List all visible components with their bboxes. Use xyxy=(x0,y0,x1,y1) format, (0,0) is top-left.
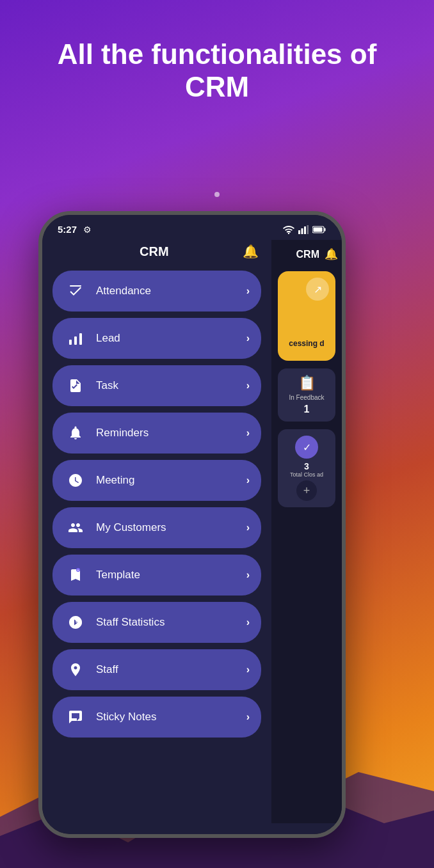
menu-item-sticky-notes[interactable]: Sticky Notes › xyxy=(52,697,261,738)
hero-title: All the functionalities of CRM xyxy=(0,38,434,103)
attendance-chevron: › xyxy=(246,285,250,297)
svg-rect-4 xyxy=(307,225,309,234)
template-icon: + xyxy=(64,564,87,587)
menu-item-meeting[interactable]: Meeting › xyxy=(52,460,261,501)
bell-icon: 🔔 xyxy=(243,244,259,259)
svg-rect-3 xyxy=(304,226,306,234)
close-label: Total Clos ad xyxy=(283,471,330,478)
menu-item-attendance[interactable]: Attendance › xyxy=(52,271,261,312)
sticky-notes-label: Sticky Notes xyxy=(96,711,246,723)
menu-item-my-customers[interactable]: My Customers › xyxy=(52,507,261,548)
attendance-label: Attendance xyxy=(96,285,246,297)
menu-item-staff-statistics[interactable]: Staff Statistics › xyxy=(52,602,261,643)
customers-label: My Customers xyxy=(96,521,246,534)
menu-item-lead[interactable]: Lead › xyxy=(52,318,261,359)
menu-list: Attendance › Lead › xyxy=(42,265,271,791)
wifi-icon xyxy=(283,225,294,234)
status-bar: 5:27 ⚙ xyxy=(42,215,342,240)
lead-label: Lead xyxy=(96,332,246,345)
battery-icon xyxy=(312,226,326,233)
staff-icon xyxy=(64,658,87,681)
app-title-placeholder: M xyxy=(55,244,66,259)
add-button[interactable]: + xyxy=(296,480,317,501)
dot-indicator xyxy=(214,192,220,197)
meeting-label: Meeting xyxy=(96,474,246,487)
svg-text:+: + xyxy=(77,568,79,572)
side-bell-icon: 🔔 xyxy=(325,248,338,261)
settings-icon: ⚙ xyxy=(83,225,92,235)
menu-item-reminders[interactable]: Reminders › xyxy=(52,413,261,454)
stats-label: Staff Statistics xyxy=(96,616,246,629)
status-icons xyxy=(283,225,326,234)
feedback-count: 1 xyxy=(283,404,330,415)
svg-rect-10 xyxy=(74,336,77,345)
menu-item-template[interactable]: + Template › xyxy=(52,555,261,596)
task-label: Task xyxy=(96,379,246,392)
meeting-chevron: › xyxy=(246,475,250,486)
notes-icon xyxy=(64,706,87,729)
reminders-label: Reminders xyxy=(96,427,246,439)
lead-icon xyxy=(64,327,87,350)
svg-rect-11 xyxy=(79,333,82,345)
feedback-label: In Feedback xyxy=(283,394,330,401)
close-count: 3 xyxy=(283,461,330,471)
customers-chevron: › xyxy=(246,522,250,533)
staff-chevron: › xyxy=(246,664,250,675)
arrow-icon: ↗ xyxy=(306,278,329,301)
svg-rect-8 xyxy=(70,285,81,287)
task-icon xyxy=(64,374,87,397)
reminders-chevron: › xyxy=(246,427,250,439)
svg-rect-7 xyxy=(314,227,323,232)
menu-item-staff[interactable]: Staff › xyxy=(52,649,261,690)
sticky-notes-chevron: › xyxy=(246,711,250,723)
reminders-icon xyxy=(64,422,87,445)
side-crm-title: CRM xyxy=(296,249,319,260)
app-title: CRM xyxy=(140,244,169,259)
meeting-icon xyxy=(64,469,87,492)
template-chevron: › xyxy=(246,569,250,581)
status-time: 5:27 xyxy=(58,224,77,235)
app-header: M CRM 🔔 xyxy=(42,240,271,265)
customers-icon xyxy=(64,516,87,539)
feedback-card: 📋 In Feedback 1 xyxy=(278,368,335,422)
svg-point-12 xyxy=(75,427,77,429)
feedback-icon: 📋 xyxy=(283,375,330,391)
stats-chevron: › xyxy=(246,617,250,628)
svg-rect-9 xyxy=(69,340,72,345)
template-label: Template xyxy=(96,569,246,581)
svg-rect-6 xyxy=(325,228,326,231)
phone-frame: 5:27 ⚙ xyxy=(38,211,346,838)
yellow-card: ↗ cessing d xyxy=(278,271,335,361)
close-card: ✓ 3 Total Clos ad + xyxy=(278,429,335,507)
processing-text: cessing d xyxy=(283,339,330,348)
menu-item-task[interactable]: Task › xyxy=(52,365,261,406)
lead-chevron: › xyxy=(246,333,250,344)
staff-label: Staff xyxy=(96,663,246,676)
task-chevron: › xyxy=(246,380,250,391)
stats-icon xyxy=(64,611,87,634)
check-icon: ✓ xyxy=(295,436,318,459)
svg-rect-2 xyxy=(301,228,303,234)
svg-point-0 xyxy=(288,232,289,233)
attendance-icon xyxy=(64,280,87,303)
svg-rect-1 xyxy=(298,230,300,234)
signal-icon xyxy=(298,225,309,234)
